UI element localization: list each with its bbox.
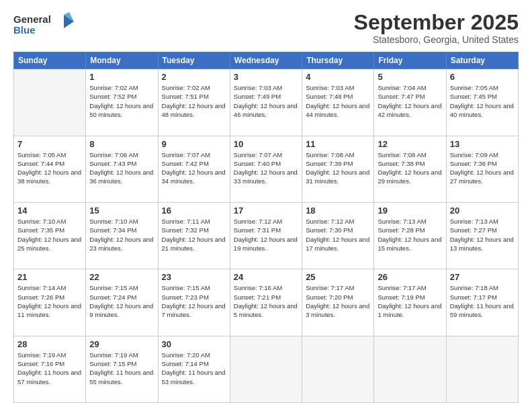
day-number: 29: [89, 339, 154, 349]
table-row: 27Sunrise: 7:18 AM Sunset: 7:17 PM Dayli…: [446, 269, 518, 336]
calendar-week-row: 7Sunrise: 7:05 AM Sunset: 7:44 PM Daylig…: [14, 136, 519, 202]
day-info: Sunrise: 7:18 AM Sunset: 7:17 PM Dayligh…: [450, 283, 515, 319]
day-number: 2: [162, 72, 226, 82]
day-info: Sunrise: 7:15 AM Sunset: 7:24 PM Dayligh…: [89, 283, 154, 319]
day-info: Sunrise: 7:19 AM Sunset: 7:15 PM Dayligh…: [89, 351, 154, 386]
day-info: Sunrise: 7:09 AM Sunset: 7:36 PM Dayligh…: [450, 150, 515, 186]
day-info: Sunrise: 7:17 AM Sunset: 7:20 PM Dayligh…: [306, 283, 370, 319]
day-number: 27: [450, 272, 515, 282]
day-info: Sunrise: 7:05 AM Sunset: 7:45 PM Dayligh…: [450, 83, 515, 119]
calendar-title: September 2025: [354, 11, 519, 34]
day-number: 6: [450, 72, 515, 82]
table-row: 25Sunrise: 7:17 AM Sunset: 7:20 PM Dayli…: [302, 269, 374, 336]
day-info: Sunrise: 7:14 AM Sunset: 7:26 PM Dayligh…: [17, 283, 82, 319]
day-number: 18: [306, 205, 370, 216]
table-row: 11Sunrise: 7:08 AM Sunset: 7:39 PM Dayli…: [302, 136, 374, 202]
day-number: 12: [378, 139, 442, 149]
day-number: 11: [306, 139, 370, 149]
day-number: 21: [17, 272, 82, 282]
day-number: 16: [162, 205, 226, 216]
table-row: 15Sunrise: 7:10 AM Sunset: 7:34 PM Dayli…: [86, 202, 158, 269]
day-info: Sunrise: 7:19 AM Sunset: 7:16 PM Dayligh…: [17, 351, 82, 386]
svg-text:Blue: Blue: [13, 24, 36, 36]
day-info: Sunrise: 7:06 AM Sunset: 7:43 PM Dayligh…: [89, 150, 154, 186]
day-number: 14: [17, 205, 82, 216]
day-info: Sunrise: 7:03 AM Sunset: 7:49 PM Dayligh…: [234, 83, 298, 119]
day-number: 13: [450, 139, 515, 149]
day-info: Sunrise: 7:13 AM Sunset: 7:28 PM Dayligh…: [378, 217, 442, 253]
logo-text: General Blue: [13, 11, 87, 40]
day-info: Sunrise: 7:05 AM Sunset: 7:44 PM Dayligh…: [17, 150, 82, 186]
day-number: 28: [17, 339, 82, 349]
table-row: 12Sunrise: 7:08 AM Sunset: 7:38 PM Dayli…: [374, 136, 446, 202]
calendar-table: Sunday Monday Tuesday Wednesday Thursday…: [13, 52, 519, 403]
col-tuesday: Tuesday: [158, 52, 230, 69]
table-row: [446, 336, 518, 402]
day-info: Sunrise: 7:17 AM Sunset: 7:19 PM Dayligh…: [378, 283, 442, 319]
table-row: 6Sunrise: 7:05 AM Sunset: 7:45 PM Daylig…: [446, 69, 518, 136]
logo: General Blue: [13, 11, 87, 40]
calendar-week-row: 28Sunrise: 7:19 AM Sunset: 7:16 PM Dayli…: [14, 336, 519, 402]
table-row: 4Sunrise: 7:03 AM Sunset: 7:48 PM Daylig…: [302, 69, 374, 136]
day-number: 22: [89, 272, 154, 282]
day-number: 20: [450, 205, 515, 216]
table-row: 29Sunrise: 7:19 AM Sunset: 7:15 PM Dayli…: [86, 336, 158, 402]
table-row: 3Sunrise: 7:03 AM Sunset: 7:49 PM Daylig…: [230, 69, 302, 136]
col-sunday: Sunday: [14, 52, 86, 69]
day-number: 30: [162, 339, 226, 349]
day-info: Sunrise: 7:07 AM Sunset: 7:40 PM Dayligh…: [234, 150, 298, 186]
table-row: 24Sunrise: 7:16 AM Sunset: 7:21 PM Dayli…: [230, 269, 302, 336]
day-info: Sunrise: 7:02 AM Sunset: 7:52 PM Dayligh…: [89, 83, 154, 119]
table-row: 20Sunrise: 7:13 AM Sunset: 7:27 PM Dayli…: [446, 202, 518, 269]
table-row: 19Sunrise: 7:13 AM Sunset: 7:28 PM Dayli…: [374, 202, 446, 269]
day-number: 4: [306, 72, 370, 82]
table-row: 1Sunrise: 7:02 AM Sunset: 7:52 PM Daylig…: [86, 69, 158, 136]
day-number: 8: [89, 139, 154, 149]
day-number: 5: [378, 72, 442, 82]
day-info: Sunrise: 7:08 AM Sunset: 7:39 PM Dayligh…: [306, 150, 370, 186]
table-row: 28Sunrise: 7:19 AM Sunset: 7:16 PM Dayli…: [14, 336, 86, 402]
col-saturday: Saturday: [446, 52, 518, 69]
day-number: 17: [234, 205, 298, 216]
table-row: 30Sunrise: 7:20 AM Sunset: 7:14 PM Dayli…: [158, 336, 230, 402]
calendar-week-row: 14Sunrise: 7:10 AM Sunset: 7:35 PM Dayli…: [14, 202, 519, 269]
table-row: 23Sunrise: 7:15 AM Sunset: 7:23 PM Dayli…: [158, 269, 230, 336]
day-info: Sunrise: 7:12 AM Sunset: 7:30 PM Dayligh…: [306, 217, 370, 253]
day-number: 7: [17, 139, 82, 149]
table-row: 8Sunrise: 7:06 AM Sunset: 7:43 PM Daylig…: [86, 136, 158, 202]
table-row: 22Sunrise: 7:15 AM Sunset: 7:24 PM Dayli…: [86, 269, 158, 336]
day-info: Sunrise: 7:04 AM Sunset: 7:47 PM Dayligh…: [378, 83, 442, 119]
day-info: Sunrise: 7:02 AM Sunset: 7:51 PM Dayligh…: [162, 83, 226, 119]
col-wednesday: Wednesday: [230, 52, 302, 69]
calendar-location: Statesboro, Georgia, United States: [354, 34, 519, 45]
table-row: 9Sunrise: 7:07 AM Sunset: 7:42 PM Daylig…: [158, 136, 230, 202]
page: General Blue September 2025 Statesboro, …: [0, 0, 532, 411]
day-number: 3: [234, 72, 298, 82]
logo-svg: General Blue: [13, 11, 87, 39]
day-info: Sunrise: 7:12 AM Sunset: 7:31 PM Dayligh…: [234, 217, 298, 253]
day-number: 25: [306, 272, 370, 282]
header: General Blue September 2025 Statesboro, …: [13, 11, 519, 45]
day-info: Sunrise: 7:10 AM Sunset: 7:34 PM Dayligh…: [89, 217, 154, 253]
table-row: 13Sunrise: 7:09 AM Sunset: 7:36 PM Dayli…: [446, 136, 518, 202]
title-block: September 2025 Statesboro, Georgia, Unit…: [354, 11, 519, 45]
day-number: 9: [162, 139, 226, 149]
col-thursday: Thursday: [302, 52, 374, 69]
day-number: 15: [89, 205, 154, 216]
table-row: 18Sunrise: 7:12 AM Sunset: 7:30 PM Dayli…: [302, 202, 374, 269]
calendar-week-row: 21Sunrise: 7:14 AM Sunset: 7:26 PM Dayli…: [14, 269, 519, 336]
day-info: Sunrise: 7:10 AM Sunset: 7:35 PM Dayligh…: [17, 217, 82, 253]
table-row: [230, 336, 302, 402]
day-number: 19: [378, 205, 442, 216]
col-friday: Friday: [374, 52, 446, 69]
col-monday: Monday: [86, 52, 158, 69]
day-info: Sunrise: 7:03 AM Sunset: 7:48 PM Dayligh…: [306, 83, 370, 119]
day-number: 24: [234, 272, 298, 282]
day-info: Sunrise: 7:13 AM Sunset: 7:27 PM Dayligh…: [450, 217, 515, 253]
calendar-header-row: Sunday Monday Tuesday Wednesday Thursday…: [14, 52, 519, 69]
table-row: 17Sunrise: 7:12 AM Sunset: 7:31 PM Dayli…: [230, 202, 302, 269]
table-row: 16Sunrise: 7:11 AM Sunset: 7:32 PM Dayli…: [158, 202, 230, 269]
day-info: Sunrise: 7:07 AM Sunset: 7:42 PM Dayligh…: [162, 150, 226, 186]
day-info: Sunrise: 7:15 AM Sunset: 7:23 PM Dayligh…: [162, 283, 226, 319]
day-number: 10: [234, 139, 298, 149]
